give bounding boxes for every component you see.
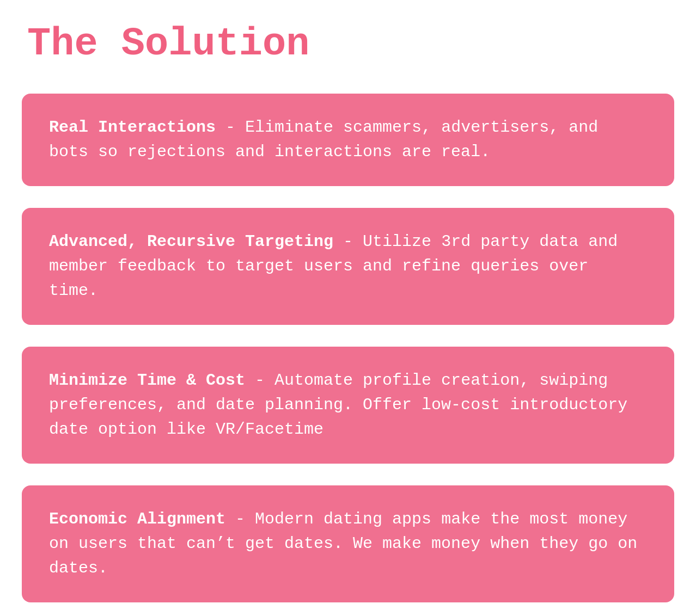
card-advanced-targeting: Advanced, Recursive Targeting - Utilize … [22,208,674,325]
page-title: The Solution [27,22,674,66]
card-title-real-interactions: Real Interactions [49,118,216,137]
card-title-minimize-cost: Minimize Time & Cost [49,371,245,390]
cards-container: Real Interactions - Eliminate scammers, … [22,94,674,602]
card-title-economic-alignment: Economic Alignment [49,510,225,528]
card-real-interactions: Real Interactions - Eliminate scammers, … [22,94,674,186]
card-economic-alignment: Economic Alignment - Modern dating apps … [22,485,674,602]
card-title-advanced-targeting: Advanced, Recursive Targeting [49,232,333,251]
card-minimize-cost: Minimize Time & Cost - Automate profile … [22,347,674,464]
